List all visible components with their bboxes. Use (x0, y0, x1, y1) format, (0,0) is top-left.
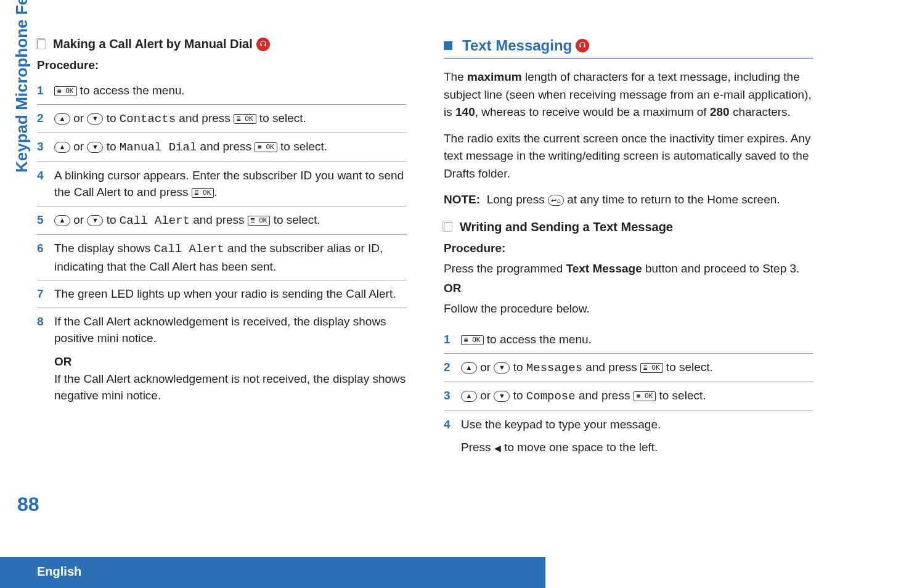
heading-rule (444, 58, 813, 59)
left-step-4: A blinking cursor appears. Enter the sub… (37, 162, 407, 206)
right-step-4: Use the keypad to type your message. Pre… (444, 411, 813, 461)
right-para-1: The maximum length of characters for a t… (444, 68, 813, 121)
home-key-icon: ↩⌂ (548, 195, 564, 206)
down-key-icon: ▼ (87, 142, 103, 153)
right-steps: ≣ OK to access the menu. ▲ or ▼ to Messa… (444, 326, 813, 461)
left-steps: ≣ OK to access the menu. ▲ or ▼ to Conta… (37, 77, 407, 409)
left-column: Making a Call Alert by Manual Dial Proce… (37, 37, 407, 461)
left-step-2: ▲ or ▼ to Contacts and press ≣ OK to sel… (37, 105, 407, 134)
left-step-6: The display shows Call Alert and the sub… (37, 235, 407, 280)
ok-key-icon: ≣ OK (192, 188, 214, 198)
up-key-icon: ▲ (461, 391, 477, 402)
down-key-icon: ▼ (87, 113, 103, 125)
right-para-2: The radio exits the current screen once … (444, 130, 813, 183)
note-row: NOTE: Long press ↩⌂ at any time to retur… (444, 191, 813, 209)
footer-language-bar: English (0, 557, 545, 588)
right-intro-1: Press the programmed Text Message button… (444, 260, 813, 278)
ok-key-icon: ≣ OK (234, 114, 256, 124)
ok-key-icon: ≣ OK (640, 363, 663, 373)
side-tab-label: Keypad Microphone Features (12, 0, 31, 173)
left-step-1: ≣ OK to access the menu. (37, 77, 407, 105)
up-key-icon: ▲ (54, 142, 70, 153)
right-step-1: ≣ OK to access the menu. (444, 326, 813, 354)
down-key-icon: ▼ (494, 362, 510, 374)
left-heading-text: Making a Call Alert by Manual Dial (53, 37, 253, 51)
right-step-3: ▲ or ▼ to Compose and press ≣ OK to sele… (444, 382, 813, 411)
right-subheading-text: Writing and Sending a Text Message (460, 220, 673, 234)
left-heading: Making a Call Alert by Manual Dial (37, 37, 407, 51)
up-key-icon: ▲ (54, 215, 70, 226)
ok-key-icon: ≣ OK (54, 86, 77, 96)
doc-icon (444, 222, 452, 232)
right-intro-2: Follow the procedure below. (444, 300, 813, 318)
right-procedure-label: Procedure: (444, 242, 813, 255)
down-key-icon: ▼ (87, 215, 103, 226)
left-step-8: If the Call Alert acknowledgement is rec… (37, 308, 407, 409)
right-heading: Text Messaging (444, 37, 813, 54)
ok-key-icon: ≣ OK (461, 335, 484, 345)
ok-key-icon: ≣ OK (248, 216, 271, 226)
left-step-3: ▲ or ▼ to Manual Dial and press ≣ OK to … (37, 133, 407, 162)
square-bullet-icon (444, 41, 452, 50)
right-subheading: Writing and Sending a Text Message (444, 220, 813, 234)
right-heading-text: Text Messaging (462, 37, 572, 54)
left-step-5: ▲ or ▼ to Call Alert and press ≣ OK to s… (37, 206, 407, 235)
page-number: 88 (17, 493, 39, 516)
doc-icon (37, 39, 46, 49)
ok-key-icon: ≣ OK (255, 142, 277, 152)
up-key-icon: ▲ (461, 362, 477, 374)
up-key-icon: ▲ (54, 113, 70, 125)
down-key-icon: ▼ (494, 391, 510, 402)
headset-icon (576, 39, 589, 52)
right-column: Text Messaging The maximum length of cha… (444, 37, 813, 461)
left-arrow-icon: ◀ (494, 442, 501, 454)
ok-key-icon: ≣ OK (634, 391, 656, 401)
right-step-2: ▲ or ▼ to Messages and press ≣ OK to sel… (444, 354, 813, 383)
right-intro-or: OR (444, 282, 462, 295)
headset-icon (256, 38, 270, 51)
left-procedure-label: Procedure: (37, 59, 407, 72)
left-step-7: The green LED lights up when your radio … (37, 280, 407, 308)
note-label: NOTE: (444, 193, 480, 206)
